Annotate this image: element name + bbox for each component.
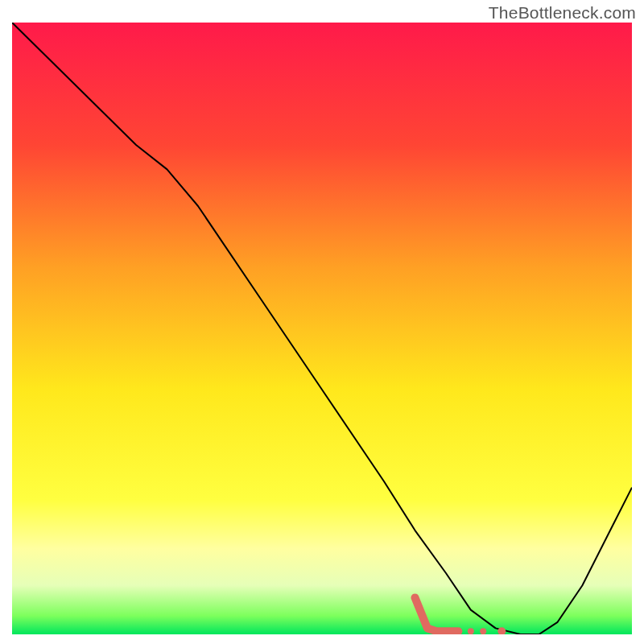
watermark-text: TheBottleneck.com: [489, 3, 636, 23]
optimal-range-dot: [468, 628, 474, 634]
plot-area: [12, 23, 632, 634]
optimal-range-dot: [480, 628, 486, 634]
chart-svg: [12, 23, 632, 634]
chart-container: TheBottleneck.com: [0, 0, 644, 644]
